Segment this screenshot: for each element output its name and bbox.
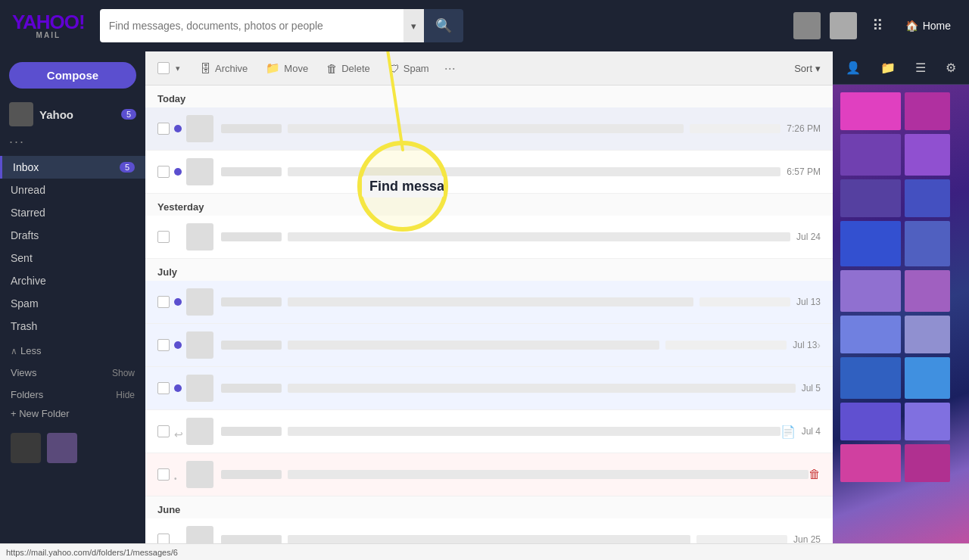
home-button[interactable]: 🏠 Home: [899, 17, 957, 35]
search-icon: 🔍: [435, 17, 452, 34]
sidebar-item-starred[interactable]: Starred: [0, 201, 145, 224]
chevron-down-icon: ▾: [411, 20, 416, 32]
sidebar-item-sent[interactable]: Sent: [0, 247, 145, 269]
sidebar-archive-label: Archive: [11, 275, 135, 287]
move-icon: 📁: [266, 61, 280, 75]
folders-hide-action[interactable]: Hide: [116, 390, 135, 400]
folder-icon[interactable]: 📁: [877, 58, 899, 78]
email-checkbox[interactable]: [157, 339, 170, 351]
sidebar-item-trash[interactable]: Trash: [0, 315, 145, 338]
select-chevron-icon[interactable]: ▾: [176, 64, 180, 73]
sidebar-folders-header: Folders Hide: [0, 381, 145, 403]
sidebar-item-spam[interactable]: Spam: [0, 292, 145, 315]
email-checkbox[interactable]: [157, 382, 170, 394]
sidebar-more-dots[interactable]: ···: [0, 132, 145, 156]
table-row[interactable]: ↩ 📄 Jul 4: [145, 410, 833, 453]
email-checkbox[interactable]: [157, 425, 170, 437]
move-button[interactable]: 📁 Move: [258, 58, 316, 79]
unread-dot: [174, 298, 182, 306]
mosaic-tile: [840, 270, 901, 312]
email-subject: [288, 124, 684, 133]
search-dropdown-button[interactable]: ▾: [403, 9, 424, 42]
read-spacer: [174, 536, 182, 543]
search-input-wrap: [100, 9, 403, 42]
email-preview: [665, 341, 787, 350]
search-submit-button[interactable]: 🔍: [424, 9, 463, 42]
email-content: [221, 167, 780, 176]
table-row[interactable]: Jul 24: [145, 216, 833, 259]
email-subject: [288, 535, 690, 543]
table-row[interactable]: Jul 13: [145, 281, 833, 324]
spam-button[interactable]: 🛡 Spam: [381, 58, 437, 79]
reply-icon: ↩: [174, 428, 183, 440]
table-row[interactable]: Jun 25: [145, 518, 833, 543]
user-avatar-2[interactable]: [830, 12, 857, 39]
delete-icon: 🗑: [326, 62, 338, 75]
table-row[interactable]: Jul 13 ›: [145, 324, 833, 367]
email-checkbox[interactable]: [157, 296, 170, 308]
mosaic-tile: [905, 316, 950, 353]
table-row[interactable]: Jul 5: [145, 367, 833, 410]
account-name: Yahoo: [39, 108, 73, 121]
email-checkbox[interactable]: [157, 166, 170, 178]
email-subject: [288, 427, 780, 436]
email-content: [221, 427, 780, 436]
sidebar-item-inbox[interactable]: Inbox 5: [0, 156, 145, 179]
email-checkbox[interactable]: [157, 123, 170, 135]
account-avatar: [9, 102, 33, 126]
delete-button[interactable]: 🗑 Delete: [319, 58, 378, 79]
email-checkbox[interactable]: [157, 468, 170, 481]
search-input[interactable]: [109, 20, 394, 32]
email-checkbox[interactable]: [157, 534, 170, 543]
unread-dot: [174, 125, 182, 132]
table-row[interactable]: • 🗑: [145, 453, 833, 496]
new-folder-button[interactable]: + New Folder: [0, 403, 145, 424]
avatar: [186, 375, 213, 402]
sidebar-item-archive[interactable]: Archive: [0, 269, 145, 292]
unread-dot: [174, 341, 182, 349]
grid-icon[interactable]: ⠿: [866, 14, 890, 38]
mosaic-tile: [840, 357, 901, 399]
sidebar-account[interactable]: Yahoo 5: [0, 96, 145, 132]
sidebar-less-toggle[interactable]: ∧ Less: [0, 338, 145, 359]
avatar: [186, 331, 213, 359]
email-sender: [221, 535, 282, 543]
archive-button[interactable]: 🗄 Archive: [192, 58, 255, 79]
sort-button[interactable]: Sort ▾: [794, 63, 821, 74]
email-checkbox[interactable]: [157, 231, 170, 243]
logo-text: YAHOO!: [12, 12, 85, 32]
user-avatar-1[interactable]: [793, 12, 821, 39]
list-icon[interactable]: ☰: [912, 58, 929, 78]
section-yesterday: Yesterday: [145, 194, 833, 216]
toolbar-more-icon[interactable]: ···: [440, 61, 460, 76]
account-badge: 5: [121, 109, 136, 120]
table-row[interactable]: 6:57 PM: [145, 151, 833, 194]
mosaic-tile: [905, 221, 950, 266]
plus-icon: + New Folder: [11, 408, 70, 419]
sidebar-inbox-label: Inbox: [13, 161, 120, 173]
select-all-checkbox[interactable]: [157, 62, 170, 74]
contact-card-icon[interactable]: 👤: [843, 58, 864, 78]
email-list: Today 7:26 PM 6:57: [145, 86, 833, 543]
email-sender: [221, 341, 282, 350]
email-sender: [221, 470, 282, 479]
views-show-action[interactable]: Show: [112, 368, 135, 378]
search-bar: ▾ 🔍: [100, 9, 463, 42]
sidebar-avatar-1: [11, 433, 41, 463]
email-content: [221, 535, 787, 543]
settings-gear-icon[interactable]: ⚙: [943, 58, 959, 78]
email-sender: [221, 124, 282, 133]
sidebar-item-drafts[interactable]: Drafts: [0, 224, 145, 247]
mosaic-tile: [840, 134, 901, 176]
sidebar-item-unread[interactable]: Unread: [0, 179, 145, 201]
table-row[interactable]: 7:26 PM: [145, 107, 833, 151]
email-time: 7:26 PM: [787, 123, 821, 134]
logo-subtext: MAIL: [36, 32, 61, 39]
email-preview: [696, 535, 787, 543]
email-time: Jul 13: [793, 340, 817, 350]
mosaic-tile: [905, 134, 950, 176]
right-panel-toolbar: 👤 📁 ☰ ⚙: [833, 51, 969, 85]
email-toolbar: ▾ 🗄 Archive 📁 Move 🗑 Delete 🛡 Spam ··· S…: [145, 51, 833, 86]
archive-icon: 🗄: [200, 62, 211, 75]
compose-button[interactable]: Compose: [9, 62, 136, 89]
